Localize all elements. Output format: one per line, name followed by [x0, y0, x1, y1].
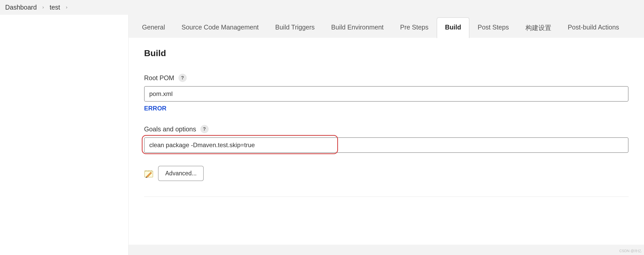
tab-scm[interactable]: Source Code Management: [173, 17, 267, 38]
tab-post-steps[interactable]: Post Steps: [469, 17, 517, 38]
notepad-icon: [144, 169, 153, 178]
tab-build[interactable]: Build: [437, 17, 469, 38]
content-panel: Build Root POM ? ERROR Goals and options…: [129, 38, 644, 245]
watermark: CSDN @许亿: [619, 249, 641, 253]
section-title: Build: [144, 48, 629, 58]
divider: [144, 197, 629, 197]
tab-post-build-actions[interactable]: Post-build Actions: [560, 17, 627, 38]
field-goals-options: Goals and options ?: [144, 125, 629, 153]
breadcrumb-item-test[interactable]: test: [50, 4, 60, 11]
tab-pre-steps[interactable]: Pre Steps: [392, 17, 437, 38]
root-pom-input[interactable]: [144, 86, 629, 102]
field-root-pom: Root POM ? ERROR: [144, 74, 629, 112]
help-icon[interactable]: ?: [200, 125, 209, 133]
tab-general[interactable]: General: [134, 17, 173, 38]
tab-build-triggers[interactable]: Build Triggers: [267, 17, 323, 38]
advanced-button[interactable]: Advanced...: [158, 166, 204, 181]
main-area: General Source Code Management Build Tri…: [129, 15, 644, 255]
root-pom-label: Root POM: [144, 74, 174, 82]
chevron-right-icon: [41, 6, 45, 9]
breadcrumb: Dashboard test: [0, 0, 644, 15]
root-pom-error: ERROR: [144, 105, 629, 112]
goals-label: Goals and options: [144, 125, 196, 133]
help-icon[interactable]: ?: [178, 74, 187, 82]
tab-build-environment[interactable]: Build Environment: [323, 17, 392, 38]
breadcrumb-item-dashboard[interactable]: Dashboard: [5, 4, 37, 11]
sidebar: [0, 15, 129, 255]
tab-build-settings[interactable]: 构建设置: [517, 17, 560, 38]
chevron-right-icon: [65, 6, 68, 9]
goals-input[interactable]: [144, 137, 629, 153]
advanced-row: Advanced...: [144, 166, 629, 181]
tab-bar: General Source Code Management Build Tri…: [129, 15, 644, 38]
